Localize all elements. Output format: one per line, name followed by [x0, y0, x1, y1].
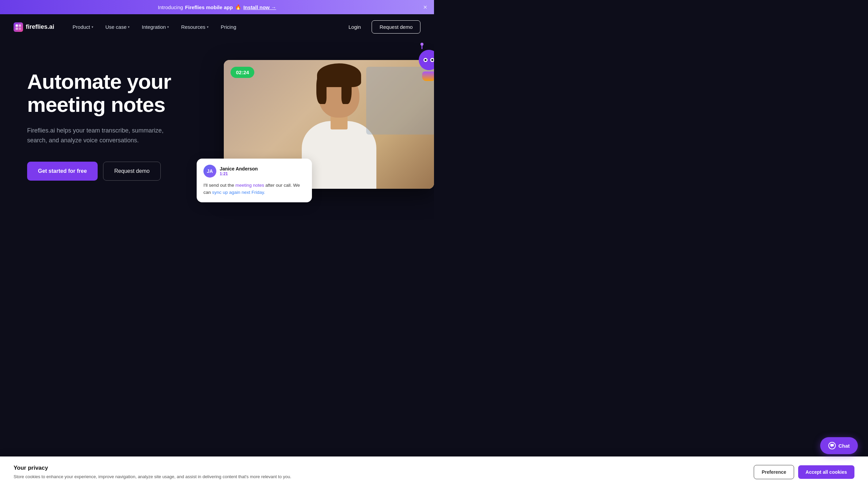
- nav-pricing-label: Pricing: [221, 24, 236, 30]
- hero-section: Automate your meeting notes Fireflies.ai…: [0, 40, 434, 229]
- chat-message-text: I'll send out the meeting notes after ou…: [203, 182, 305, 196]
- svg-rect-1: [19, 24, 21, 27]
- robot-mascot: [414, 50, 434, 87]
- nav-links: Product ▾ Use case ▾ Integration ▾ Resou…: [68, 21, 343, 33]
- nav-item-use-case[interactable]: Use case ▾: [101, 21, 135, 33]
- chat-highlight-meeting-notes: meeting notes: [235, 183, 264, 188]
- chat-card-info: Janice Anderson 1:21: [220, 166, 258, 176]
- chevron-down-icon: ▾: [92, 25, 93, 29]
- chat-highlight-sync: sync up again next Friday.: [212, 190, 265, 195]
- nav-item-pricing[interactable]: Pricing: [216, 21, 241, 33]
- install-now-link[interactable]: Install now →: [243, 4, 276, 10]
- chat-user-name: Janice Anderson: [220, 166, 258, 171]
- request-demo-nav-button[interactable]: Request demo: [372, 20, 420, 34]
- banner-bold-text: Fireflies mobile app: [185, 4, 233, 10]
- chat-card-header: JA Janice Anderson 1:21: [203, 165, 305, 178]
- chevron-down-icon: ▾: [128, 25, 130, 29]
- robot-body: [414, 50, 434, 81]
- logo-text: fireflies.ai: [26, 23, 54, 30]
- get-started-button[interactable]: Get started for free: [27, 162, 98, 181]
- chat-text-before: I'll send out the: [203, 183, 235, 188]
- nav-item-product[interactable]: Product ▾: [68, 21, 98, 33]
- timer-badge: 02:24: [231, 67, 254, 78]
- avatar: JA: [203, 165, 216, 178]
- chat-card: JA Janice Anderson 1:21 I'll send out th…: [197, 159, 312, 202]
- nav-right: Login Request demo: [343, 20, 420, 34]
- hero-subtitle: Fireflies.ai helps your team transcribe,…: [27, 126, 183, 145]
- hero-title-line2: meeting notes: [27, 93, 165, 116]
- nav-resources-label: Resources: [181, 24, 205, 30]
- banner-emoji: 🔥: [235, 4, 241, 10]
- chat-timestamp: 1:21: [220, 171, 258, 176]
- top-banner: Introducing Fireflies mobile app 🔥 Insta…: [0, 0, 434, 14]
- svg-rect-0: [16, 24, 18, 27]
- logo[interactable]: fireflies.ai: [14, 22, 54, 32]
- logo-icon: [14, 22, 23, 32]
- robot-eye-left: [423, 58, 428, 62]
- chevron-down-icon: ▾: [167, 25, 169, 29]
- nav-integration-label: Integration: [142, 24, 166, 30]
- robot-head: [419, 50, 434, 70]
- svg-rect-3: [19, 27, 21, 30]
- login-button[interactable]: Login: [343, 21, 367, 33]
- nav-product-label: Product: [73, 24, 90, 30]
- robot-antenna-left: [421, 44, 422, 49]
- hero-left: Automate your meeting notes Fireflies.ai…: [27, 60, 224, 181]
- hero-right: 02:24 JA Janice Anderson 1:21 I'll send …: [224, 60, 434, 189]
- banner-close-button[interactable]: ×: [423, 3, 427, 11]
- main-nav: fireflies.ai Product ▾ Use case ▾ Integr…: [0, 14, 434, 40]
- robot-eyes: [423, 58, 434, 62]
- robot-eye-right: [430, 58, 434, 62]
- hero-buttons: Get started for free Request demo: [27, 162, 224, 181]
- svg-rect-2: [16, 27, 18, 30]
- request-demo-hero-button[interactable]: Request demo: [103, 162, 161, 181]
- nav-item-integration[interactable]: Integration ▾: [137, 21, 174, 33]
- chevron-down-icon: ▾: [207, 25, 209, 29]
- nav-item-resources[interactable]: Resources ▾: [176, 21, 213, 33]
- hero-title-line1: Automate your: [27, 70, 171, 93]
- nav-usecase-label: Use case: [105, 24, 127, 30]
- robot-torso: [422, 72, 434, 81]
- banner-intro-text: Introducing: [158, 4, 183, 10]
- hero-title: Automate your meeting notes: [27, 70, 224, 116]
